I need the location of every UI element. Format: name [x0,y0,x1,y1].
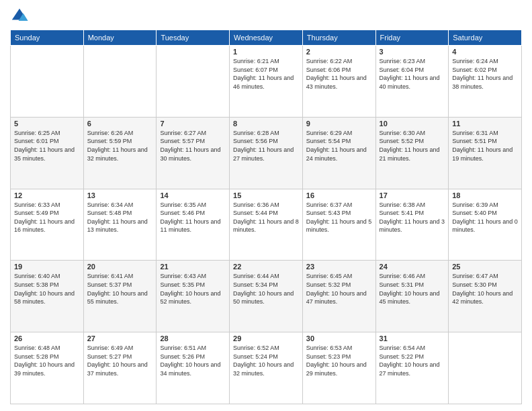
day-info: Sunrise: 6:52 AMSunset: 5:24 PMDaylight:… [233,344,299,377]
day-header-saturday: Saturday [449,30,522,46]
day-header-tuesday: Tuesday [157,30,230,46]
logo [10,7,32,26]
day-info: Sunrise: 6:49 AMSunset: 5:27 PMDaylight:… [87,344,153,377]
day-number: 11 [452,120,518,128]
day-number: 15 [233,191,299,199]
calendar-cell: 9 Sunrise: 6:29 AMSunset: 5:54 PMDayligh… [302,117,375,189]
calendar-cell: 17 Sunrise: 6:38 AMSunset: 5:41 PMDaylig… [375,189,449,261]
calendar-cell: 27 Sunrise: 6:49 AMSunset: 5:27 PMDaylig… [83,332,157,404]
calendar-cell: 16 Sunrise: 6:37 AMSunset: 5:43 PMDaylig… [302,189,375,261]
day-info: Sunrise: 6:37 AMSunset: 5:43 PMDaylight:… [306,201,372,234]
day-number: 24 [380,263,445,271]
day-number: 26 [14,334,80,342]
day-info: Sunrise: 6:29 AMSunset: 5:54 PMDaylight:… [306,129,372,163]
day-info: Sunrise: 6:22 AMSunset: 6:06 PMDaylight:… [306,57,372,91]
calendar-week-3: 12 Sunrise: 6:33 AMSunset: 5:49 PMDaylig… [11,189,522,261]
calendar-cell [11,46,84,118]
day-info: Sunrise: 6:53 AMSunset: 5:23 PMDaylight:… [306,344,372,377]
calendar-cell: 6 Sunrise: 6:26 AMSunset: 5:59 PMDayligh… [83,117,157,189]
calendar-cell: 22 Sunrise: 6:44 AMSunset: 5:34 PMDaylig… [230,261,303,332]
calendar-cell: 10 Sunrise: 6:30 AMSunset: 5:52 PMDaylig… [375,117,449,189]
logo-icon [10,7,29,26]
day-info: Sunrise: 6:36 AMSunset: 5:44 PMDaylight:… [233,201,299,234]
page: SundayMondayTuesdayWednesdayThursdayFrid… [0,0,532,411]
calendar-cell: 24 Sunrise: 6:46 AMSunset: 5:31 PMDaylig… [375,261,449,332]
day-info: Sunrise: 6:30 AMSunset: 5:52 PMDaylight:… [380,129,445,163]
day-number: 7 [160,120,226,128]
calendar: SundayMondayTuesdayWednesdayThursdayFrid… [10,30,522,404]
calendar-cell: 4 Sunrise: 6:24 AMSunset: 6:02 PMDayligh… [449,46,522,118]
calendar-cell: 8 Sunrise: 6:28 AMSunset: 5:56 PMDayligh… [230,117,303,189]
day-info: Sunrise: 6:48 AMSunset: 5:28 PMDaylight:… [14,344,80,377]
day-number: 29 [233,334,299,342]
calendar-cell [449,332,522,404]
calendar-cell: 23 Sunrise: 6:45 AMSunset: 5:32 PMDaylig… [302,261,375,332]
day-number: 3 [380,48,445,56]
day-number: 22 [233,263,299,271]
calendar-cell: 7 Sunrise: 6:27 AMSunset: 5:57 PMDayligh… [157,117,230,189]
day-number: 18 [452,191,518,199]
day-number: 30 [306,334,372,342]
calendar-cell: 25 Sunrise: 6:47 AMSunset: 5:30 PMDaylig… [449,261,522,332]
day-info: Sunrise: 6:54 AMSunset: 5:22 PMDaylight:… [380,344,445,377]
day-info: Sunrise: 6:31 AMSunset: 5:51 PMDaylight:… [452,129,518,163]
day-header-friday: Friday [375,30,449,46]
day-info: Sunrise: 6:34 AMSunset: 5:48 PMDaylight:… [87,201,153,234]
day-number: 5 [14,120,80,128]
calendar-cell: 12 Sunrise: 6:33 AMSunset: 5:49 PMDaylig… [11,189,84,261]
day-info: Sunrise: 6:38 AMSunset: 5:41 PMDaylight:… [380,201,445,234]
day-number: 4 [452,48,518,56]
day-number: 9 [306,120,372,128]
day-number: 8 [233,120,299,128]
day-number: 21 [160,263,226,271]
calendar-cell: 20 Sunrise: 6:41 AMSunset: 5:37 PMDaylig… [83,261,157,332]
day-number: 31 [380,334,445,342]
day-number: 13 [87,191,153,199]
calendar-cell: 19 Sunrise: 6:40 AMSunset: 5:38 PMDaylig… [11,261,84,332]
calendar-cell: 29 Sunrise: 6:52 AMSunset: 5:24 PMDaylig… [230,332,303,404]
day-info: Sunrise: 6:51 AMSunset: 5:26 PMDaylight:… [160,344,226,377]
calendar-cell: 11 Sunrise: 6:31 AMSunset: 5:51 PMDaylig… [449,117,522,189]
calendar-cell: 31 Sunrise: 6:54 AMSunset: 5:22 PMDaylig… [375,332,449,404]
day-number: 19 [14,263,80,271]
day-info: Sunrise: 6:35 AMSunset: 5:46 PMDaylight:… [160,201,226,234]
day-number: 1 [233,48,299,56]
day-number: 10 [380,120,445,128]
header [10,7,522,26]
day-header-sunday: Sunday [11,30,84,46]
calendar-week-5: 26 Sunrise: 6:48 AMSunset: 5:28 PMDaylig… [11,332,522,404]
day-number: 20 [87,263,153,271]
calendar-week-2: 5 Sunrise: 6:25 AMSunset: 6:01 PMDayligh… [11,117,522,189]
day-info: Sunrise: 6:21 AMSunset: 6:07 PMDaylight:… [233,57,299,91]
day-info: Sunrise: 6:45 AMSunset: 5:32 PMDaylight:… [306,272,372,306]
day-info: Sunrise: 6:39 AMSunset: 5:40 PMDaylight:… [452,201,518,234]
day-number: 16 [306,191,372,199]
calendar-cell [83,46,157,118]
calendar-cell: 26 Sunrise: 6:48 AMSunset: 5:28 PMDaylig… [11,332,84,404]
calendar-cell: 18 Sunrise: 6:39 AMSunset: 5:40 PMDaylig… [449,189,522,261]
calendar-cell: 1 Sunrise: 6:21 AMSunset: 6:07 PMDayligh… [230,46,303,118]
calendar-cell: 5 Sunrise: 6:25 AMSunset: 6:01 PMDayligh… [11,117,84,189]
day-info: Sunrise: 6:41 AMSunset: 5:37 PMDaylight:… [87,272,153,306]
day-number: 14 [160,191,226,199]
day-number: 28 [160,334,226,342]
day-info: Sunrise: 6:44 AMSunset: 5:34 PMDaylight:… [233,272,299,306]
calendar-cell [157,46,230,118]
day-info: Sunrise: 6:43 AMSunset: 5:35 PMDaylight:… [160,272,226,306]
day-header-monday: Monday [83,30,157,46]
day-number: 27 [87,334,153,342]
day-header-wednesday: Wednesday [230,30,303,46]
day-info: Sunrise: 6:33 AMSunset: 5:49 PMDaylight:… [14,201,80,234]
day-info: Sunrise: 6:25 AMSunset: 6:01 PMDaylight:… [14,129,80,163]
day-number: 12 [14,191,80,199]
day-info: Sunrise: 6:46 AMSunset: 5:31 PMDaylight:… [380,272,445,306]
day-header-thursday: Thursday [302,30,375,46]
day-number: 23 [306,263,372,271]
day-number: 17 [380,191,445,199]
calendar-cell: 21 Sunrise: 6:43 AMSunset: 5:35 PMDaylig… [157,261,230,332]
day-info: Sunrise: 6:28 AMSunset: 5:56 PMDaylight:… [233,129,299,163]
calendar-cell: 13 Sunrise: 6:34 AMSunset: 5:48 PMDaylig… [83,189,157,261]
calendar-cell: 14 Sunrise: 6:35 AMSunset: 5:46 PMDaylig… [157,189,230,261]
day-info: Sunrise: 6:23 AMSunset: 6:04 PMDaylight:… [380,57,445,91]
day-info: Sunrise: 6:27 AMSunset: 5:57 PMDaylight:… [160,129,226,163]
